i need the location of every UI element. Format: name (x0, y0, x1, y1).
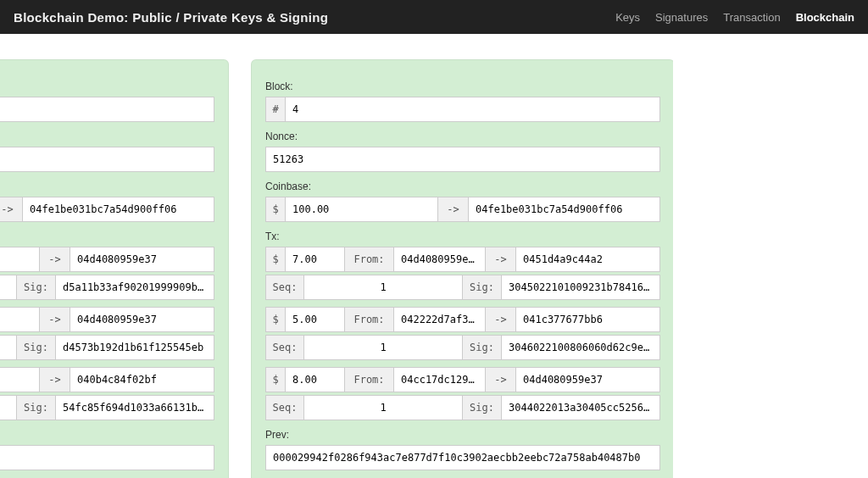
brand-title: Blockchain Demo: Public / Private Keys &… (14, 10, 328, 25)
block-number-input[interactable] (286, 97, 660, 122)
tx-group: $ From: -> Seq: Sig: (265, 307, 660, 360)
tx-sig-input[interactable] (502, 395, 660, 420)
nav-blockchain[interactable]: Blockchain (796, 11, 854, 24)
tx-seq-input[interactable] (304, 335, 463, 360)
tx-seq-input[interactable] (0, 335, 17, 360)
dollar-addon: $ (265, 247, 286, 272)
tx-group: $ From: -> Seq: Sig: (0, 367, 214, 420)
coinbase-label: Coinbase: (265, 181, 660, 192)
block-card: Block: # Nonce:Coinbase: $ -> Tx: $ From… (0, 59, 229, 478)
prev-label: Prev: (265, 429, 660, 441)
tx-seq-input[interactable] (304, 395, 463, 420)
block-number-addon: # (265, 97, 286, 122)
nav-signatures[interactable]: Signatures (655, 11, 708, 24)
arrow-addon: -> (40, 367, 70, 392)
tx-to-input[interactable] (70, 247, 214, 272)
sig-addon: Sig: (463, 395, 502, 420)
tx-from-input[interactable] (0, 307, 40, 332)
dollar-addon: $ (265, 197, 286, 222)
block-label: Block: (0, 81, 214, 92)
tx-group: $ From: -> Seq: Sig: (0, 247, 214, 300)
tx-seq-input[interactable] (0, 395, 17, 420)
tx-amount-input[interactable] (286, 247, 345, 272)
sig-addon: Sig: (17, 395, 56, 420)
tx-group: $ From: -> Seq: Sig: (0, 307, 214, 360)
block-label: Block: (265, 81, 660, 92)
arrow-addon: -> (40, 307, 70, 332)
tx-sig-input[interactable] (502, 335, 660, 360)
tx-seq-input[interactable] (0, 275, 17, 300)
from-addon: From: (345, 247, 394, 272)
arrow-addon: -> (40, 247, 70, 272)
coinbase-label: Coinbase: (0, 181, 214, 192)
nav-links: Keys Signatures Transaction Blockchain (615, 11, 854, 24)
tx-sig-input[interactable] (56, 335, 214, 360)
dollar-addon: $ (265, 367, 286, 392)
from-addon: From: (345, 367, 394, 392)
tx-amount-input[interactable] (286, 367, 345, 392)
tx-to-input[interactable] (516, 307, 660, 332)
tx-seq-input[interactable] (304, 275, 463, 300)
nav-keys[interactable]: Keys (615, 11, 640, 24)
arrow-addon: -> (438, 197, 469, 222)
sig-addon: Sig: (17, 275, 56, 300)
seq-addon: Seq: (265, 335, 304, 360)
dollar-addon: $ (265, 307, 286, 332)
tx-label: Tx: (265, 231, 660, 242)
prev-input[interactable] (265, 445, 660, 470)
tx-to-input[interactable] (70, 307, 214, 332)
block-number-input[interactable] (0, 97, 214, 122)
tx-to-input[interactable] (70, 367, 214, 392)
sig-addon: Sig: (17, 335, 56, 360)
prev-input[interactable] (0, 445, 214, 470)
prev-label: Prev: (0, 429, 214, 441)
coinbase-to-input[interactable] (469, 197, 660, 222)
tx-from-input[interactable] (394, 367, 486, 392)
tx-from-input[interactable] (394, 247, 486, 272)
tx-to-input[interactable] (516, 247, 660, 272)
nonce-label: Nonce: (265, 131, 660, 142)
tx-sig-input[interactable] (502, 275, 660, 300)
tx-from-input[interactable] (0, 247, 40, 272)
seq-addon: Seq: (265, 395, 304, 420)
nonce-label: Nonce: (0, 131, 214, 142)
tx-from-input[interactable] (394, 307, 486, 332)
arrow-addon: -> (0, 197, 23, 222)
sig-addon: Sig: (463, 335, 502, 360)
coinbase-to-input[interactable] (23, 197, 214, 222)
arrow-addon: -> (486, 307, 516, 332)
block-card: Block: # Nonce:Coinbase: $ -> Tx: $ From… (251, 59, 673, 478)
tx-group: $ From: -> Seq: Sig: (265, 367, 660, 420)
coinbase-amount-input[interactable] (286, 197, 438, 222)
tx-to-input[interactable] (516, 367, 660, 392)
tx-amount-input[interactable] (286, 307, 345, 332)
nav-transaction[interactable]: Transaction (723, 11, 780, 24)
sig-addon: Sig: (463, 275, 502, 300)
arrow-addon: -> (486, 247, 516, 272)
tx-label: Tx: (0, 231, 214, 242)
tx-sig-input[interactable] (56, 395, 214, 420)
tx-sig-input[interactable] (56, 275, 214, 300)
arrow-addon: -> (486, 367, 516, 392)
tx-group: $ From: -> Seq: Sig: (265, 247, 660, 300)
seq-addon: Seq: (265, 275, 304, 300)
from-addon: From: (345, 307, 394, 332)
tx-from-input[interactable] (0, 367, 40, 392)
nonce-input[interactable] (265, 147, 660, 172)
nonce-input[interactable] (0, 147, 214, 172)
